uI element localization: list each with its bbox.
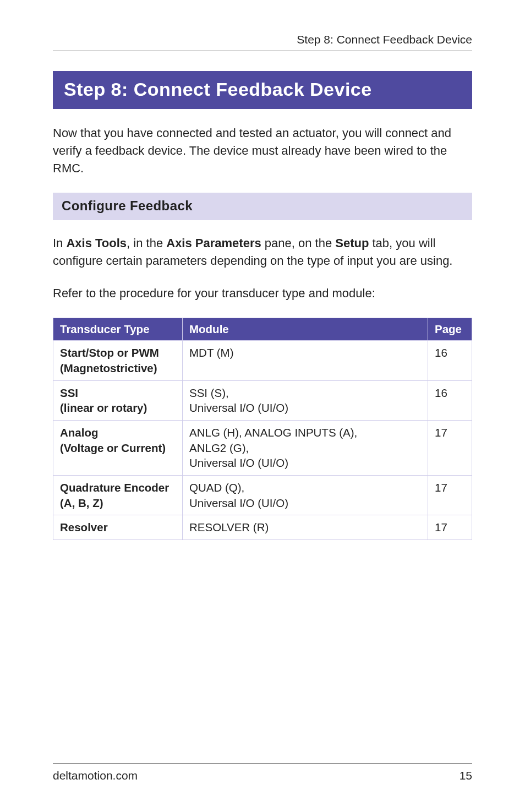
module-line1: ANLG (H), ANALOG INPUTS (A),: [189, 426, 357, 439]
text-seg: , in the: [127, 236, 166, 250]
refer-line: Refer to the procedure for your transduc…: [53, 285, 472, 302]
module-line1: QUAD (Q),: [189, 481, 244, 494]
type-line1: Resolver: [60, 521, 108, 533]
table-row: Analog (Voltage or Current) ANLG (H), AN…: [53, 421, 472, 476]
module-line1: RESOLVER (R): [189, 521, 269, 533]
cell-module: RESOLVER (R): [183, 515, 428, 540]
th-module: Module: [183, 318, 428, 341]
module-line2: ANLG2 (G),: [189, 442, 249, 454]
table-row: Quadrature Encoder (A, B, Z) QUAD (Q), U…: [53, 476, 472, 515]
text-seg: In: [53, 236, 66, 250]
table-header-row: Transducer Type Module Page: [53, 318, 472, 341]
module-line2: Universal I/O (UI/O): [189, 401, 288, 414]
cell-type: Quadrature Encoder (A, B, Z): [53, 476, 183, 515]
cell-type: Start/Stop or PWM (Magnetostrictive): [53, 341, 183, 380]
type-line1: Quadrature Encoder: [60, 481, 169, 494]
cell-type: SSI (linear or rotary): [53, 380, 183, 420]
cell-module: MDT (M): [183, 341, 428, 380]
cell-page: 17: [428, 476, 472, 515]
cell-module: SSI (S), Universal I/O (UI/O): [183, 380, 428, 420]
configure-paragraph: In Axis Tools, in the Axis Parameters pa…: [53, 235, 472, 270]
th-transducer-type: Transducer Type: [53, 318, 183, 341]
axis-parameters-label: Axis Parameters: [166, 236, 261, 250]
text-seg: pane, on the: [261, 236, 336, 250]
type-line2: (Magnetostrictive): [60, 362, 157, 374]
axis-tools-label: Axis Tools: [66, 236, 127, 250]
running-head: Step 8: Connect Feedback Device: [53, 33, 472, 51]
type-line2: (A, B, Z): [60, 497, 103, 509]
footer-page-number: 15: [460, 769, 472, 782]
module-line1: MDT (M): [189, 346, 233, 359]
cell-page: 16: [428, 341, 472, 380]
configure-feedback-heading: Configure Feedback: [53, 193, 472, 220]
transducer-table: Transducer Type Module Page Start/Stop o…: [53, 318, 472, 540]
th-page: Page: [428, 318, 472, 341]
module-line1: SSI (S),: [189, 386, 229, 399]
table-row: Start/Stop or PWM (Magnetostrictive) MDT…: [53, 341, 472, 380]
cell-type: Resolver: [53, 515, 183, 540]
type-line2: (linear or rotary): [60, 401, 147, 414]
table-row: Resolver RESOLVER (R) 17: [53, 515, 472, 540]
footer-site: deltamotion.com: [53, 769, 138, 782]
cell-page: 17: [428, 421, 472, 476]
module-line3: Universal I/O (UI/O): [189, 456, 288, 469]
type-line2: (Voltage or Current): [60, 442, 166, 454]
table-row: SSI (linear or rotary) SSI (S), Universa…: [53, 380, 472, 420]
cell-module: ANLG (H), ANALOG INPUTS (A), ANLG2 (G), …: [183, 421, 428, 476]
type-line1: Start/Stop or PWM: [60, 346, 159, 359]
cell-module: QUAD (Q), Universal I/O (UI/O): [183, 476, 428, 515]
cell-page: 16: [428, 380, 472, 420]
page-footer: deltamotion.com 15: [53, 763, 472, 782]
type-line1: Analog: [60, 426, 98, 439]
intro-paragraph: Now that you have connected and tested a…: [53, 124, 472, 177]
step-banner: Step 8: Connect Feedback Device: [53, 71, 472, 109]
cell-type: Analog (Voltage or Current): [53, 421, 183, 476]
module-line2: Universal I/O (UI/O): [189, 497, 288, 509]
setup-tab-label: Setup: [335, 236, 369, 250]
type-line1: SSI: [60, 386, 78, 399]
cell-page: 17: [428, 515, 472, 540]
